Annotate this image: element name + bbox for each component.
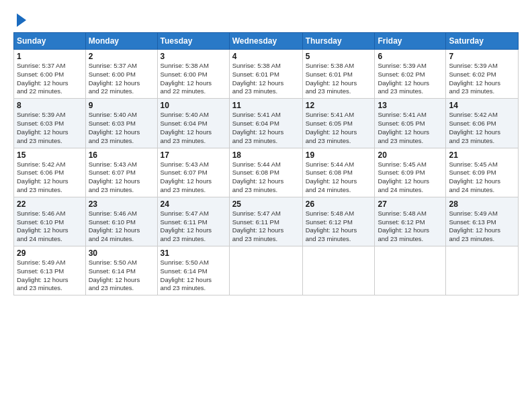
day-number: 18 xyxy=(232,150,300,160)
day-number: 6 xyxy=(378,52,443,61)
day-number: 5 xyxy=(306,52,372,61)
day-number: 22 xyxy=(17,199,83,209)
weekday-header-saturday: Saturday xyxy=(446,33,519,50)
week-row-1: 1Sunrise: 5:37 AM Sunset: 6:00 PM Daylig… xyxy=(14,50,519,99)
weekday-header-friday: Friday xyxy=(375,33,446,50)
day-info-text: Sunrise: 5:48 AM Sunset: 6:12 PM Dayligh… xyxy=(378,210,443,244)
calendar-cell: 27Sunrise: 5:48 AM Sunset: 6:12 PM Dayli… xyxy=(375,197,446,246)
calendar-cell: 17Sunrise: 5:43 AM Sunset: 6:07 PM Dayli… xyxy=(157,148,229,197)
logo xyxy=(13,12,26,27)
logo-arrow-icon xyxy=(17,13,26,27)
day-number: 30 xyxy=(89,248,154,258)
day-info-text: Sunrise: 5:39 AM Sunset: 6:02 PM Dayligh… xyxy=(378,62,443,96)
weekday-header-monday: Monday xyxy=(85,33,157,50)
page: SundayMondayTuesdayWednesdayThursdayFrid… xyxy=(0,0,532,411)
day-info-text: Sunrise: 5:43 AM Sunset: 6:07 PM Dayligh… xyxy=(161,161,226,195)
day-info-text: Sunrise: 5:37 AM Sunset: 6:00 PM Dayligh… xyxy=(17,62,83,96)
week-row-5: 29Sunrise: 5:49 AM Sunset: 6:13 PM Dayli… xyxy=(14,246,519,295)
day-info-text: Sunrise: 5:43 AM Sunset: 6:07 PM Dayligh… xyxy=(89,161,154,195)
weekday-header-sunday: Sunday xyxy=(14,33,86,50)
calendar-cell: 7Sunrise: 5:39 AM Sunset: 6:02 PM Daylig… xyxy=(446,50,519,99)
calendar-cell: 26Sunrise: 5:48 AM Sunset: 6:12 PM Dayli… xyxy=(302,197,375,246)
calendar-cell: 8Sunrise: 5:39 AM Sunset: 6:03 PM Daylig… xyxy=(14,99,86,148)
day-number: 19 xyxy=(306,150,372,160)
calendar-cell: 18Sunrise: 5:44 AM Sunset: 6:08 PM Dayli… xyxy=(229,148,302,197)
day-info-text: Sunrise: 5:48 AM Sunset: 6:12 PM Dayligh… xyxy=(306,210,372,244)
day-info-text: Sunrise: 5:41 AM Sunset: 6:05 PM Dayligh… xyxy=(378,111,443,145)
calendar-cell: 12Sunrise: 5:41 AM Sunset: 6:05 PM Dayli… xyxy=(302,99,375,148)
day-number: 12 xyxy=(306,101,372,110)
day-number: 3 xyxy=(161,52,226,61)
calendar-cell: 14Sunrise: 5:42 AM Sunset: 6:06 PM Dayli… xyxy=(446,99,519,148)
calendar-cell: 31Sunrise: 5:50 AM Sunset: 6:14 PM Dayli… xyxy=(157,246,229,295)
day-info-text: Sunrise: 5:38 AM Sunset: 6:00 PM Dayligh… xyxy=(161,62,226,96)
day-number: 13 xyxy=(378,101,443,110)
calendar-cell: 13Sunrise: 5:41 AM Sunset: 6:05 PM Dayli… xyxy=(375,99,446,148)
day-number: 27 xyxy=(378,199,443,209)
day-info-text: Sunrise: 5:46 AM Sunset: 6:10 PM Dayligh… xyxy=(89,210,154,244)
day-number: 28 xyxy=(449,199,515,209)
day-info-text: Sunrise: 5:45 AM Sunset: 6:09 PM Dayligh… xyxy=(449,161,515,195)
day-number: 16 xyxy=(89,150,154,160)
day-info-text: Sunrise: 5:47 AM Sunset: 6:11 PM Dayligh… xyxy=(232,210,300,244)
week-row-4: 22Sunrise: 5:46 AM Sunset: 6:10 PM Dayli… xyxy=(14,197,519,246)
day-info-text: Sunrise: 5:40 AM Sunset: 6:04 PM Dayligh… xyxy=(161,111,226,145)
calendar-cell xyxy=(446,246,519,295)
day-info-text: Sunrise: 5:44 AM Sunset: 6:08 PM Dayligh… xyxy=(232,161,300,195)
calendar-cell: 15Sunrise: 5:42 AM Sunset: 6:06 PM Dayli… xyxy=(14,148,86,197)
weekday-header-thursday: Thursday xyxy=(302,33,375,50)
day-number: 8 xyxy=(17,101,83,110)
day-info-text: Sunrise: 5:41 AM Sunset: 6:05 PM Dayligh… xyxy=(306,111,372,145)
calendar-cell: 9Sunrise: 5:40 AM Sunset: 6:03 PM Daylig… xyxy=(85,99,157,148)
calendar-table: SundayMondayTuesdayWednesdayThursdayFrid… xyxy=(13,32,519,295)
calendar-cell: 5Sunrise: 5:38 AM Sunset: 6:01 PM Daylig… xyxy=(302,50,375,99)
calendar-cell: 25Sunrise: 5:47 AM Sunset: 6:11 PM Dayli… xyxy=(229,197,302,246)
calendar-cell: 10Sunrise: 5:40 AM Sunset: 6:04 PM Dayli… xyxy=(157,99,229,148)
week-row-3: 15Sunrise: 5:42 AM Sunset: 6:06 PM Dayli… xyxy=(14,148,519,197)
calendar-cell: 23Sunrise: 5:46 AM Sunset: 6:10 PM Dayli… xyxy=(85,197,157,246)
calendar-cell: 11Sunrise: 5:41 AM Sunset: 6:04 PM Dayli… xyxy=(229,99,302,148)
calendar-cell: 6Sunrise: 5:39 AM Sunset: 6:02 PM Daylig… xyxy=(375,50,446,99)
calendar-cell: 22Sunrise: 5:46 AM Sunset: 6:10 PM Dayli… xyxy=(14,197,86,246)
calendar-cell: 4Sunrise: 5:38 AM Sunset: 6:01 PM Daylig… xyxy=(229,50,302,99)
day-number: 15 xyxy=(17,150,83,160)
day-info-text: Sunrise: 5:50 AM Sunset: 6:14 PM Dayligh… xyxy=(89,259,154,293)
day-info-text: Sunrise: 5:47 AM Sunset: 6:11 PM Dayligh… xyxy=(161,210,226,244)
day-info-text: Sunrise: 5:42 AM Sunset: 6:06 PM Dayligh… xyxy=(17,161,83,195)
calendar-cell: 3Sunrise: 5:38 AM Sunset: 6:00 PM Daylig… xyxy=(157,50,229,99)
day-number: 20 xyxy=(378,150,443,160)
calendar-cell: 28Sunrise: 5:49 AM Sunset: 6:13 PM Dayli… xyxy=(446,197,519,246)
day-number: 23 xyxy=(89,199,154,209)
calendar-cell xyxy=(302,246,375,295)
day-info-text: Sunrise: 5:46 AM Sunset: 6:10 PM Dayligh… xyxy=(17,210,83,244)
day-number: 7 xyxy=(449,52,515,61)
calendar-cell: 19Sunrise: 5:44 AM Sunset: 6:08 PM Dayli… xyxy=(302,148,375,197)
weekday-header-tuesday: Tuesday xyxy=(157,33,229,50)
day-number: 29 xyxy=(17,248,83,258)
day-number: 4 xyxy=(232,52,300,61)
week-row-2: 8Sunrise: 5:39 AM Sunset: 6:03 PM Daylig… xyxy=(14,99,519,148)
day-number: 21 xyxy=(449,150,515,160)
day-number: 10 xyxy=(161,101,226,110)
calendar-cell: 30Sunrise: 5:50 AM Sunset: 6:14 PM Dayli… xyxy=(85,246,157,295)
weekday-header-row: SundayMondayTuesdayWednesdayThursdayFrid… xyxy=(14,33,519,50)
day-number: 25 xyxy=(232,199,300,209)
calendar-cell: 29Sunrise: 5:49 AM Sunset: 6:13 PM Dayli… xyxy=(14,246,86,295)
day-number: 1 xyxy=(17,52,83,61)
calendar-cell: 21Sunrise: 5:45 AM Sunset: 6:09 PM Dayli… xyxy=(446,148,519,197)
weekday-header-wednesday: Wednesday xyxy=(229,33,302,50)
calendar-cell xyxy=(375,246,446,295)
calendar-cell: 20Sunrise: 5:45 AM Sunset: 6:09 PM Dayli… xyxy=(375,148,446,197)
day-info-text: Sunrise: 5:39 AM Sunset: 6:02 PM Dayligh… xyxy=(449,62,515,96)
day-info-text: Sunrise: 5:38 AM Sunset: 6:01 PM Dayligh… xyxy=(232,62,300,96)
day-number: 17 xyxy=(161,150,226,160)
day-info-text: Sunrise: 5:39 AM Sunset: 6:03 PM Dayligh… xyxy=(17,111,83,145)
calendar-cell: 24Sunrise: 5:47 AM Sunset: 6:11 PM Dayli… xyxy=(157,197,229,246)
day-info-text: Sunrise: 5:37 AM Sunset: 6:00 PM Dayligh… xyxy=(89,62,154,96)
calendar-cell: 1Sunrise: 5:37 AM Sunset: 6:00 PM Daylig… xyxy=(14,50,86,99)
day-info-text: Sunrise: 5:50 AM Sunset: 6:14 PM Dayligh… xyxy=(161,259,226,293)
calendar-cell: 2Sunrise: 5:37 AM Sunset: 6:00 PM Daylig… xyxy=(85,50,157,99)
day-number: 11 xyxy=(232,101,300,110)
day-info-text: Sunrise: 5:49 AM Sunset: 6:13 PM Dayligh… xyxy=(449,210,515,244)
day-info-text: Sunrise: 5:40 AM Sunset: 6:03 PM Dayligh… xyxy=(89,111,154,145)
